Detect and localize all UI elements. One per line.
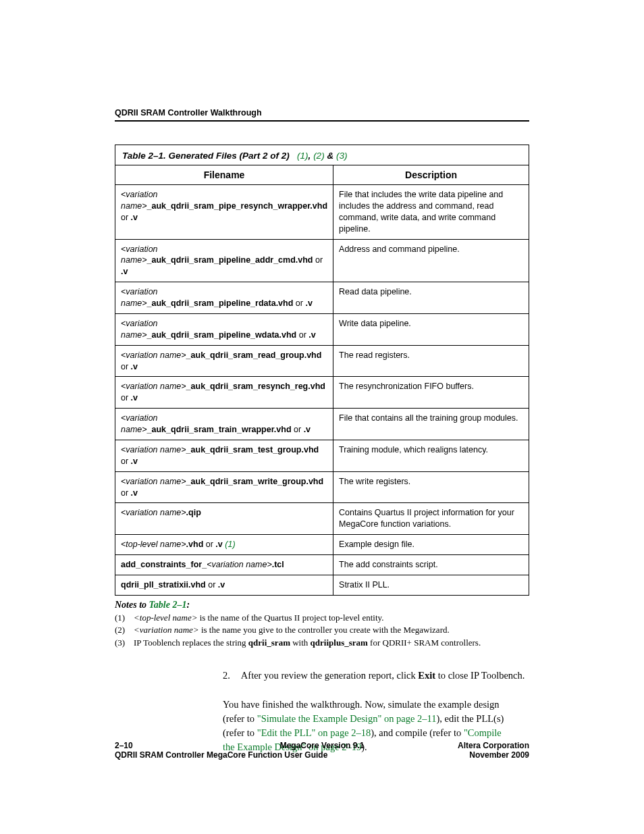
caption-ref-3[interactable]: (3) — [336, 151, 348, 161]
section-heading: QDRII SRAM Controller Walkthrough — [115, 108, 529, 118]
link-edit-pll[interactable]: "Edit the PLL" on page 2–18 — [257, 727, 371, 738]
table-row: <variation name>.qipContains Quartus II … — [115, 503, 529, 535]
cell-filename: <variation name>_auk_qdrii_sram_pipeline… — [115, 313, 333, 345]
cell-description: Example design file. — [333, 535, 529, 555]
table-row: <variation name>_auk_qdrii_sram_test_gro… — [115, 440, 529, 471]
table-row: add_constraints_for_<variation name>.tcl… — [115, 555, 529, 575]
table-row: <variation name>_auk_qdrii_sram_pipe_res… — [115, 185, 529, 240]
cell-filename: <variation name>_auk_qdrii_sram_read_gro… — [115, 345, 333, 377]
cell-filename: qdrii_pll_stratixii.vhd or .v — [115, 575, 333, 595]
table-row: qdrii_pll_stratixii.vhd or .vStratix II … — [115, 575, 529, 595]
cell-filename: <variation name>_auk_qdrii_sram_resynch_… — [115, 377, 333, 409]
cell-filename: <variation name>_auk_qdrii_sram_train_wr… — [115, 409, 333, 440]
cell-description: File that includes the write data pipeli… — [333, 185, 529, 240]
cell-filename: <variation name>_auk_qdrii_sram_pipeline… — [115, 239, 333, 282]
caption-ref-2[interactable]: (2) — [313, 151, 325, 161]
cell-description: Write data pipeline. — [333, 313, 529, 345]
cell-filename: <variation name>_auk_qdrii_sram_test_gro… — [115, 440, 333, 471]
table-row: <variation name>_auk_qdrii_sram_pipeline… — [115, 282, 529, 314]
step-text-after: to close IP Toolbench. — [435, 670, 525, 681]
th-filename: Filename — [115, 165, 333, 185]
footer-guide-name: QDRII SRAM Controller MegaCore Function … — [115, 750, 327, 760]
step-2: 2. After you review the generation repor… — [223, 669, 529, 683]
cell-description: Contains Quartus II project information … — [333, 503, 529, 535]
th-description: Description — [333, 165, 529, 185]
section-rule — [115, 120, 529, 122]
cell-filename: <variation name>_auk_qdrii_sram_write_gr… — [115, 471, 333, 503]
cell-filename: <top-level name>.vhd or .v (1) — [115, 535, 333, 555]
cell-description: Read data pipeline. — [333, 282, 529, 314]
closing-text-3: ), and compile (refer to — [371, 727, 464, 738]
cell-filename: <variation name>_auk_qdrii_sram_pipe_res… — [115, 185, 333, 240]
caption-amp: & — [327, 151, 336, 161]
caption-sep: , — [308, 151, 314, 161]
cell-description: The write registers. — [333, 471, 529, 503]
cell-filename: <variation name>.qip — [115, 503, 333, 535]
row-note-ref[interactable]: (1) — [225, 540, 235, 549]
step-text-before: After you review the generation report, … — [241, 670, 419, 681]
table-row: <variation name>_auk_qdrii_sram_resynch_… — [115, 377, 529, 409]
notes-heading-suffix: : — [186, 600, 190, 610]
caption-ref-1[interactable]: (1) — [297, 151, 308, 161]
generated-files-table: Table 2–1. Generated Files (Part 2 of 2)… — [115, 145, 529, 596]
cell-filename: <variation name>_auk_qdrii_sram_pipeline… — [115, 282, 333, 314]
table-row: <variation name>_auk_qdrii_sram_write_gr… — [115, 471, 529, 503]
notes-heading: Notes to Table 2–1: — [115, 600, 529, 610]
cell-description: The read registers. — [333, 345, 529, 377]
link-simulate[interactable]: "Simulate the Example Design" on page 2–… — [257, 713, 437, 724]
cell-description: The resynchronization FIFO buffers. — [333, 377, 529, 409]
cell-description: Training module, which realigns latency. — [333, 440, 529, 471]
page-footer: MegaCore Version 9.1 2–10 QDRII SRAM Con… — [115, 741, 529, 760]
cell-description: File that contains all the training grou… — [333, 409, 529, 440]
table-row: <variation name>_auk_qdrii_sram_pipeline… — [115, 239, 529, 282]
notes-heading-ref[interactable]: Table 2–1 — [149, 600, 187, 610]
step-number: 2. — [223, 669, 239, 683]
footer-date: November 2009 — [469, 750, 529, 760]
table-row: <variation name>_auk_qdrii_sram_pipeline… — [115, 313, 529, 345]
table-row: <variation name>_auk_qdrii_sram_train_wr… — [115, 409, 529, 440]
note-item: (2)<variation name> is the name you give… — [115, 624, 529, 636]
table-caption: Table 2–1. Generated Files (Part 2 of 2)… — [115, 145, 529, 165]
caption-text: Table 2–1. Generated Files (Part 2 of 2) — [122, 151, 290, 161]
table-row: <variation name>_auk_qdrii_sram_read_gro… — [115, 345, 529, 377]
table-row: <top-level name>.vhd or .v (1)Example de… — [115, 535, 529, 555]
step-bold: Exit — [418, 670, 435, 681]
cell-description: Stratix II PLL. — [333, 575, 529, 595]
notes-list: (1)<top-level name> is the name of the Q… — [115, 612, 529, 649]
footer-center: MegaCore Version 9.1 — [115, 741, 529, 750]
note-item: (3)IP Tooblench replaces the string qdri… — [115, 637, 529, 649]
cell-description: The add constraints script. — [333, 555, 529, 575]
note-item: (1)<top-level name> is the name of the Q… — [115, 612, 529, 624]
cell-filename: add_constraints_for_<variation name>.tcl — [115, 555, 333, 575]
notes-heading-prefix: Notes to — [115, 600, 149, 610]
cell-description: Address and command pipeline. — [333, 239, 529, 282]
